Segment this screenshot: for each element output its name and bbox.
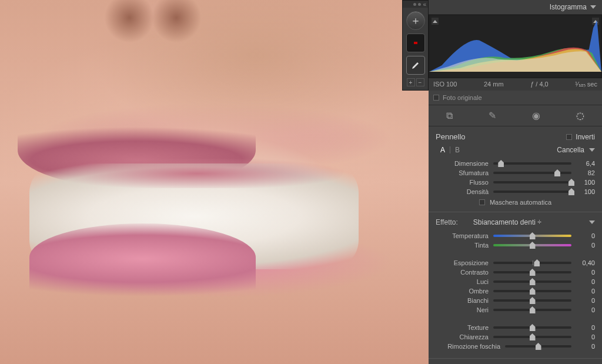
brush-b-button[interactable]: B [450, 146, 464, 154]
texture-value[interactable]: 0 [576, 324, 595, 331]
automask-checkbox[interactable] [479, 199, 485, 205]
window-dot-icon [413, 3, 416, 6]
density-slider[interactable] [493, 191, 571, 193]
brush-erase-button[interactable]: Cancella [557, 146, 584, 154]
histogram-chart[interactable] [429, 15, 602, 78]
exif-focal: 24 mm [484, 81, 504, 88]
blacks-slider[interactable] [493, 309, 571, 311]
photo-feature-lip-bottom [29, 223, 256, 312]
exposure-label: Esposizione [436, 259, 489, 266]
collapse-chevron-icon[interactable]: « [423, 1, 426, 8]
density-label: Densità [436, 188, 489, 195]
clarity-value[interactable]: 0 [576, 333, 595, 340]
contrast-label: Contrasto [436, 269, 489, 276]
toolstrip: « ＋ + − [402, 0, 429, 91]
plus-icon: ＋ [410, 14, 421, 28]
invert-label: Inverti [576, 133, 595, 141]
blacks-label: Neri [436, 306, 489, 313]
dehaze-label: Rimozione foschia [436, 343, 500, 350]
brush-icon [410, 60, 421, 71]
exif-iso: ISO 100 [433, 81, 457, 88]
zoom-out-button[interactable]: − [416, 78, 424, 86]
shadows-label: Ombre [436, 288, 489, 295]
photo-canvas[interactable]: « ＋ + − [0, 0, 429, 364]
feather-value[interactable]: 82 [576, 169, 595, 176]
shadows-slider[interactable] [493, 290, 571, 292]
redeye-tool-icon[interactable]: ◉ [532, 110, 540, 121]
invert-checkbox[interactable] [566, 134, 572, 140]
size-label: Dimensione [436, 160, 489, 167]
temp-label: Temperatura [436, 232, 489, 239]
flow-label: Flusso [436, 179, 489, 186]
brush-a-button[interactable]: A [436, 146, 450, 154]
brush-panel-title: Pennello [436, 132, 466, 141]
adjustment-tool-icons: ⧉ ✎ ◉ ◌ [429, 105, 602, 126]
highlights-value[interactable]: 0 [576, 278, 595, 285]
effect-preset-dropdown[interactable]: Sbiancamento denti ÷ [473, 218, 541, 226]
zoom-in-button[interactable]: + [407, 78, 415, 86]
window-dot-icon [418, 3, 421, 6]
exposure-slider[interactable] [493, 262, 571, 264]
heal-tool-icon[interactable]: ✎ [489, 110, 496, 121]
toolstrip-header: « [403, 1, 428, 8]
mask-thumbnail-button[interactable] [406, 34, 425, 52]
contrast-slider[interactable] [493, 271, 571, 273]
add-mask-button[interactable]: ＋ [406, 11, 425, 30]
clarity-slider[interactable] [493, 336, 571, 338]
clarity-label: Chiarezza [436, 333, 489, 340]
original-photo-row[interactable]: Foto originale [429, 91, 602, 105]
whites-slider[interactable] [493, 299, 571, 302]
temp-value[interactable]: 0 [576, 232, 595, 239]
right-sidebar: Istogramma ISO 100 24 mm ƒ / 4,0 ¹⁄₁₂₅ s… [429, 0, 602, 364]
histogram-header[interactable]: Istogramma [429, 0, 602, 15]
exposure-value[interactable]: 0,40 [576, 259, 595, 266]
shadows-value[interactable]: 0 [576, 288, 595, 295]
effect-panel: Effetto: Sbiancamento denti ÷ Temperatur… [429, 212, 602, 359]
chevron-down-icon[interactable] [589, 148, 595, 152]
flow-value[interactable]: 100 [576, 179, 595, 186]
exif-aperture: ƒ / 4,0 [530, 81, 549, 88]
contrast-value[interactable]: 0 [576, 269, 595, 276]
histogram-label: Istogramma [550, 3, 587, 11]
original-photo-label: Foto originale [443, 94, 482, 101]
feather-slider[interactable] [493, 172, 571, 174]
temp-slider[interactable] [493, 235, 571, 237]
effect-label: Effetto: [436, 218, 458, 226]
histogram-svg [429, 15, 601, 72]
density-value[interactable]: 100 [576, 188, 595, 195]
texture-slider[interactable] [493, 326, 571, 329]
exif-row: ISO 100 24 mm ƒ / 4,0 ¹⁄₁₂₅ sec [429, 78, 602, 91]
size-slider[interactable] [493, 162, 571, 165]
dehaze-slider[interactable] [505, 345, 571, 348]
flow-slider[interactable] [493, 181, 571, 183]
chevron-down-icon [590, 5, 596, 9]
mask-preview-icon [414, 42, 417, 44]
automask-label: Maschera automatica [490, 199, 551, 206]
tint-label: Tinta [436, 242, 489, 249]
highlights-slider[interactable] [493, 280, 571, 283]
brush-panel: Pennello Inverti A B Cancella Dimensione… [429, 126, 602, 212]
size-value[interactable]: 6,4 [576, 160, 595, 167]
chevron-down-icon[interactable] [589, 221, 595, 224]
crop-tool-icon[interactable]: ⧉ [446, 111, 453, 121]
tint-value[interactable]: 0 [576, 242, 595, 249]
whites-label: Bianchi [436, 297, 489, 304]
photo-feature-gum [47, 159, 347, 188]
dropdown-indicator-icon: ÷ [537, 218, 541, 226]
blacks-value[interactable]: 0 [576, 306, 595, 313]
whites-value[interactable]: 0 [576, 297, 595, 304]
feather-label: Sfumatura [436, 169, 489, 176]
dehaze-value[interactable]: 0 [576, 343, 595, 350]
texture-label: Texture [436, 324, 489, 331]
tint-slider[interactable] [493, 244, 571, 246]
mask-tool-icon[interactable]: ◌ [576, 110, 584, 121]
exif-shutter: ¹⁄₁₂₅ sec [575, 81, 597, 88]
highlights-label: Luci [436, 278, 489, 285]
brush-tool-button[interactable] [406, 56, 425, 75]
original-photo-checkbox[interactable] [433, 95, 439, 101]
